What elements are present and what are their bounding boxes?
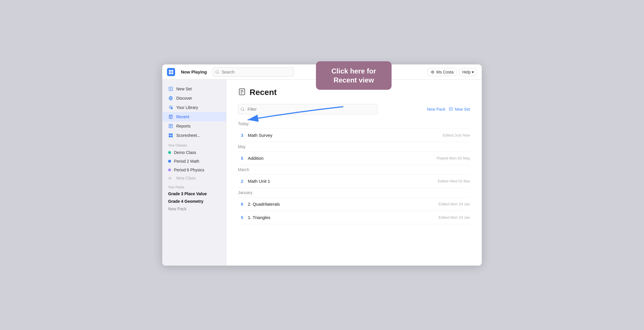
nav-right: ⚙ Ms Costa Help ▾ <box>428 68 477 76</box>
table-row[interactable]: 3Math SurveyEdited Just Now <box>238 129 470 142</box>
sidebar-item-period-6-physics[interactable]: Period 6 Physics <box>162 166 226 174</box>
section-label: Today <box>238 121 470 126</box>
sidebar-item-label: Recent <box>176 114 189 119</box>
recent-header-icon <box>238 88 246 97</box>
new-set-button[interactable]: New Set <box>449 107 470 112</box>
item-meta: Edited Wed 02 Mar <box>438 179 470 183</box>
new-class-label: New Class <box>176 176 196 180</box>
item-count: 5 <box>238 215 243 220</box>
settings-button[interactable]: ⚙ Ms Costa <box>428 68 457 76</box>
sidebar-item-discover[interactable]: Discover <box>162 94 226 103</box>
section-label: May <box>238 144 470 149</box>
sidebar-item-label: New Set <box>176 87 192 91</box>
svg-rect-9 <box>171 107 172 109</box>
plus-circle-icon: ⊕ <box>168 176 172 180</box>
item-count: 5 <box>238 156 243 161</box>
top-nav: Now Playing ⚙ Ms Costa Help ▾ <box>162 64 482 80</box>
table-row[interactable]: 51. TrianglesEdited Mon 24 Jan <box>238 211 470 224</box>
svg-rect-19 <box>171 133 173 135</box>
item-meta: Edited Just Now <box>443 133 470 137</box>
sidebar-item-recent[interactable]: Recent <box>162 112 226 121</box>
class-label: Period 6 Physics <box>174 168 204 172</box>
pack-label: Grade 3 Place Value <box>168 191 207 196</box>
class-label: Period 2 Math <box>174 159 199 164</box>
app-wrapper: Now Playing ⚙ Ms Costa Help ▾ <box>162 64 482 266</box>
sidebar-item-label: Discover <box>176 96 192 101</box>
table-row[interactable]: 82. QuadrilateralsEdited Mon 24 Jan <box>238 198 470 211</box>
table-row[interactable]: 5AdditionPlayed Mon 02 May <box>238 152 470 165</box>
pack-label: Grade 4 Geometry <box>168 199 203 204</box>
new-set-icon-inline <box>449 107 453 112</box>
item-name: Math Unit 1 <box>248 179 433 184</box>
item-name: 1. Triangles <box>248 215 434 220</box>
svg-rect-3 <box>171 72 173 74</box>
svg-rect-21 <box>171 136 173 137</box>
sidebar-item-grade4[interactable]: Grade 4 Geometry <box>162 198 226 205</box>
now-playing-button[interactable]: Now Playing <box>179 68 209 76</box>
svg-rect-20 <box>169 136 170 137</box>
sidebar-item-label: Your Library <box>176 105 198 110</box>
svg-rect-0 <box>169 70 171 71</box>
item-meta: Played Mon 02 May <box>437 156 470 160</box>
discover-icon <box>168 96 173 101</box>
item-name: Addition <box>248 156 432 161</box>
new-set-icon <box>168 86 173 92</box>
sidebar-item-new-class[interactable]: ⊕ New Class <box>162 174 226 182</box>
packs-section-label: Your Packs <box>162 182 226 190</box>
new-pack-label: New Pack <box>168 207 186 211</box>
section-label: January <box>238 190 470 195</box>
settings-label: Ms Costa <box>436 70 453 74</box>
filter-actions: New Pack New Set <box>427 107 470 112</box>
main-layout: New Set Discover Your Library <box>162 80 482 266</box>
item-count: 2 <box>238 179 243 184</box>
sidebar: New Set Discover Your Library <box>162 80 226 266</box>
sidebar-item-new-pack[interactable]: New Pack <box>162 205 226 213</box>
table-row[interactable]: 2Math Unit 1Edited Wed 02 Mar <box>238 175 470 188</box>
app-window: Now Playing ⚙ Ms Costa Help ▾ <box>162 64 482 266</box>
item-name: Math Survey <box>248 133 438 138</box>
gear-icon: ⚙ <box>431 70 435 74</box>
main-content: Recent New Pack New Set <box>226 80 482 266</box>
item-meta: Edited Mon 24 Jan <box>439 215 470 220</box>
scoresheet-icon <box>168 133 173 138</box>
sections-container: Today3Math SurveyEdited Just NowMay5Addi… <box>238 121 470 224</box>
svg-rect-18 <box>169 133 170 135</box>
class-dot-demo <box>168 151 171 154</box>
reports-icon <box>168 123 173 129</box>
filter-row: New Pack New Set <box>238 104 470 114</box>
chevron-down-icon: ▾ <box>472 70 474 74</box>
sidebar-item-label: Reports <box>176 124 191 128</box>
help-label: Help <box>462 70 471 74</box>
recent-icon <box>168 114 173 119</box>
sidebar-item-scoresheet[interactable]: Scoresheet... <box>162 131 226 140</box>
sidebar-item-label: Scoresheet... <box>176 133 200 138</box>
sidebar-item-demo-class[interactable]: Demo Class <box>162 148 226 157</box>
sidebar-item-reports[interactable]: Reports <box>162 121 226 131</box>
class-dot-period2 <box>168 160 171 163</box>
library-icon <box>168 105 173 110</box>
section-label: March <box>238 167 470 172</box>
new-set-label: New Set <box>455 107 470 112</box>
help-button[interactable]: Help ▾ <box>459 68 477 76</box>
sidebar-item-grade3[interactable]: Grade 3 Place Value <box>162 190 226 198</box>
app-logo <box>167 68 175 76</box>
item-meta: Edited Mon 24 Jan <box>439 202 470 206</box>
classes-section-label: Your Classes <box>162 140 226 148</box>
sidebar-item-new-set[interactable]: New Set <box>162 84 226 94</box>
sidebar-item-your-library[interactable]: Your Library <box>162 103 226 112</box>
svg-rect-2 <box>169 72 171 74</box>
class-label: Demo Class <box>174 150 196 155</box>
class-dot-period6 <box>168 168 171 171</box>
svg-rect-1 <box>171 70 173 71</box>
item-count: 8 <box>238 202 243 207</box>
item-name: 2. Quadrilaterals <box>248 202 434 207</box>
page-title: Recent <box>250 88 277 97</box>
search-input[interactable] <box>213 67 294 77</box>
new-pack-link[interactable]: New Pack <box>427 107 445 112</box>
item-count: 3 <box>238 133 243 138</box>
content-header: Recent <box>238 88 470 97</box>
filter-input[interactable] <box>238 104 378 114</box>
sidebar-item-period-2-math[interactable]: Period 2 Math <box>162 157 226 166</box>
